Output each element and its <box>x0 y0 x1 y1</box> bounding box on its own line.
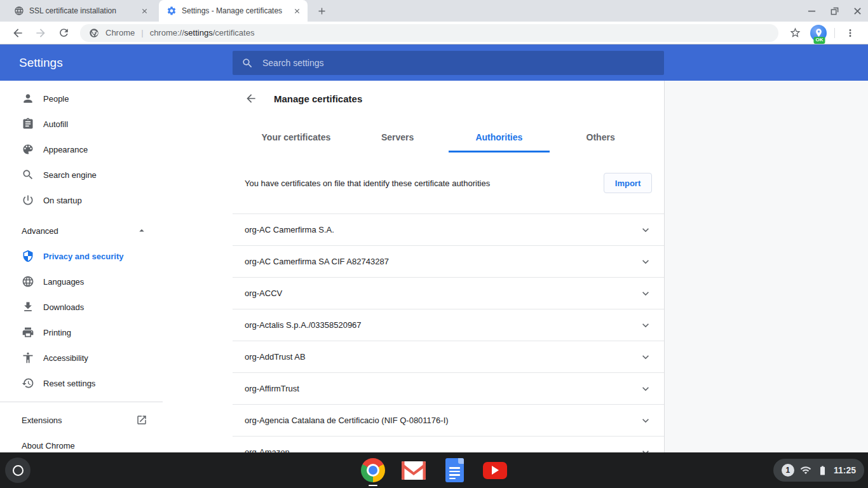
browser-toolbar: Chrome | chrome://settings/certificates … <box>0 22 868 44</box>
sidebar-item-printing[interactable]: Printing <box>0 320 163 345</box>
url-separator: | <box>141 28 143 37</box>
manage-certificates-card: Manage certificates Your certificates Se… <box>233 81 665 452</box>
sidebar-divider <box>0 402 163 402</box>
certificate-row[interactable]: org-AddTrust AB <box>233 341 664 373</box>
window-controls <box>807 0 862 22</box>
sidebar-item-privacy-security[interactable]: Privacy and security <box>0 243 163 269</box>
globe-icon <box>14 6 24 16</box>
authorities-info-row: You have certificates on file that ident… <box>233 152 664 214</box>
chevron-down-icon[interactable] <box>639 287 652 300</box>
tab-title: SSL certificate installation <box>29 6 133 15</box>
wifi-icon <box>800 464 811 476</box>
restore-icon[interactable] <box>830 6 839 15</box>
chevron-down-icon[interactable] <box>639 383 652 395</box>
sidebar-item-accessibility[interactable]: Accessibility <box>0 345 163 370</box>
sidebar-item-languages[interactable]: Languages <box>0 269 163 294</box>
sidebar-item-label: People <box>43 94 69 104</box>
menu-kebab-icon[interactable] <box>841 24 859 42</box>
minimize-icon[interactable] <box>807 6 816 15</box>
sidebar-item-label: Search engine <box>43 170 97 180</box>
back-arrow-icon[interactable] <box>245 92 257 105</box>
import-button[interactable]: Import <box>604 173 652 193</box>
close-icon[interactable] <box>853 6 862 15</box>
new-tab-button[interactable] <box>313 2 330 20</box>
sidebar-item-extensions[interactable]: Extensions <box>0 407 163 433</box>
sidebar-item-label: Reset settings <box>43 379 95 388</box>
battery-icon <box>817 465 828 476</box>
shield-icon <box>22 250 34 262</box>
settings-content: People Autofill Appearance Search engine… <box>0 81 868 452</box>
clock: 11:25 <box>834 465 856 475</box>
sidebar-item-people[interactable]: People <box>0 86 163 111</box>
shelf-app-gmail[interactable] <box>402 452 426 488</box>
browser-tab-settings[interactable]: Settings - Manage certificates <box>159 0 308 22</box>
chevron-down-icon[interactable] <box>639 319 652 332</box>
settings-search[interactable] <box>233 51 664 75</box>
status-tray[interactable]: 1 11:25 <box>773 459 864 482</box>
search-input[interactable] <box>261 57 655 69</box>
sidebar-advanced-toggle[interactable]: Advanced <box>0 218 163 243</box>
chevron-down-icon[interactable] <box>639 446 652 453</box>
sidebar-item-autofill[interactable]: Autofill <box>0 111 163 137</box>
search-icon <box>241 57 254 69</box>
sidebar-item-label: Printing <box>43 328 71 337</box>
url-text: chrome://settings/certificates <box>150 28 255 37</box>
chrome-icon <box>361 458 385 482</box>
tab-close-icon[interactable] <box>291 5 302 17</box>
shelf-apps <box>361 452 507 488</box>
tab-close-icon[interactable] <box>139 5 150 17</box>
tab-title: Settings - Manage certificates <box>182 6 286 15</box>
sidebar-item-on-startup[interactable]: On startup <box>0 187 163 213</box>
tab-others[interactable]: Others <box>550 127 651 152</box>
tab-servers[interactable]: Servers <box>347 127 449 152</box>
printer-icon <box>22 326 34 339</box>
authorities-description: You have certificates on file that ident… <box>245 179 593 188</box>
certificate-row[interactable]: org-Agencia Catalana de Certificacio (NI… <box>233 405 664 437</box>
chevron-down-icon[interactable] <box>639 351 652 363</box>
status-badge: OK <box>813 37 825 44</box>
sidebar-item-reset-settings[interactable]: Reset settings <box>0 370 163 396</box>
chevron-down-icon[interactable] <box>639 414 652 427</box>
launcher-button[interactable] <box>5 458 31 483</box>
sidebar-item-downloads[interactable]: Downloads <box>0 294 163 320</box>
forward-icon[interactable] <box>32 24 50 42</box>
address-bar[interactable]: Chrome | chrome://settings/certificates <box>80 24 778 42</box>
open-in-new-icon <box>136 414 147 426</box>
launcher-icon <box>13 465 24 476</box>
certificate-row[interactable]: org-AffirmTrust <box>233 373 664 405</box>
chevron-down-icon[interactable] <box>639 224 652 236</box>
shelf: 1 11:25 <box>0 452 868 488</box>
sidebar-item-label: Downloads <box>43 302 84 312</box>
profile-avatar[interactable]: OK <box>810 25 827 41</box>
certificate-row[interactable]: org-ACCV <box>233 278 664 309</box>
palette-icon <box>22 143 34 156</box>
certificate-row[interactable]: org-AC Camerfirma SA CIF A82743287 <box>233 246 664 278</box>
certificate-row[interactable]: org-AC Camerfirma S.A. <box>233 214 664 246</box>
accessibility-icon <box>22 351 34 364</box>
shelf-app-youtube[interactable] <box>483 452 507 488</box>
tab-strip: SSL certificate installation Settings - … <box>0 0 868 22</box>
sidebar-item-label: Accessibility <box>43 353 88 363</box>
certificate-row[interactable]: org-Amazon <box>233 437 664 452</box>
settings-sidebar: People Autofill Appearance Search engine… <box>0 81 233 452</box>
certificate-row[interactable]: org-Actalis S.p.A./03358520967 <box>233 309 664 341</box>
gmail-icon <box>402 461 426 480</box>
shelf-app-chrome[interactable] <box>361 452 385 488</box>
shelf-app-docs[interactable] <box>442 452 466 488</box>
chevron-down-icon[interactable] <box>639 255 652 268</box>
clipboard-icon <box>22 118 34 130</box>
back-icon[interactable] <box>9 24 27 42</box>
sidebar-item-appearance[interactable]: Appearance <box>0 137 163 162</box>
sidebar-item-search-engine[interactable]: Search engine <box>0 162 163 187</box>
certificate-tabs: Your certificates Servers Authorities Ot… <box>245 116 651 152</box>
tab-your-certificates[interactable]: Your certificates <box>245 127 347 152</box>
download-icon <box>22 301 34 313</box>
sidebar-item-about-chrome[interactable]: About Chrome <box>0 433 163 452</box>
person-icon <box>22 92 34 105</box>
reload-icon[interactable] <box>55 24 72 42</box>
browser-tab-ssl[interactable]: SSL certificate installation <box>6 0 155 22</box>
chevron-up-icon <box>136 225 147 236</box>
tab-authorities[interactable]: Authorities <box>449 127 550 152</box>
chrome-logo-icon <box>89 28 99 38</box>
bookmark-star-icon[interactable] <box>786 24 804 42</box>
